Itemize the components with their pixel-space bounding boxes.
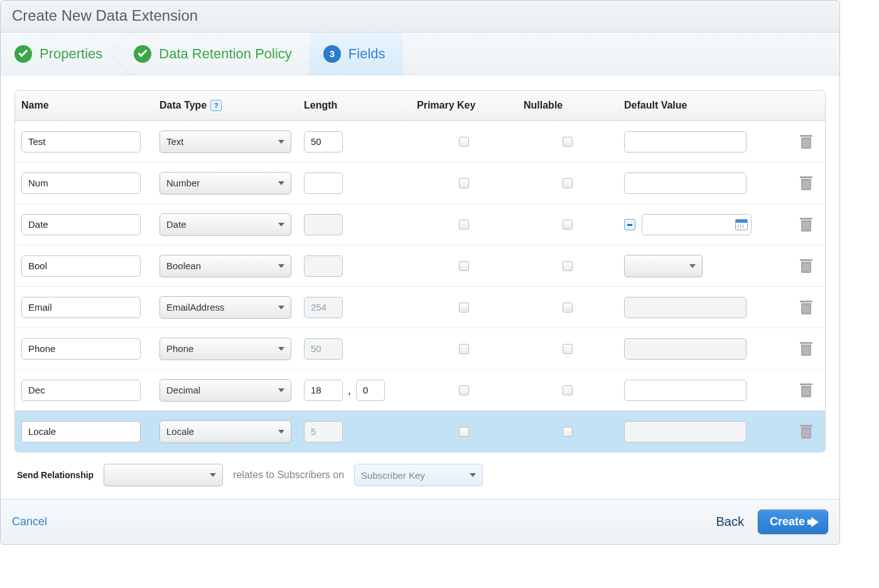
decimal-separator: , xyxy=(347,384,352,401)
field-row[interactable]: EmailAddress xyxy=(15,286,825,328)
nullable-checkbox[interactable] xyxy=(563,261,573,271)
primary-key-checkbox[interactable] xyxy=(459,385,469,395)
send-relationship-label: Send Relationship xyxy=(17,470,94,480)
field-row[interactable]: Decimal, xyxy=(15,369,825,410)
field-name-input[interactable] xyxy=(21,131,141,152)
chevron-down-icon xyxy=(278,223,284,227)
data-type-dropdown[interactable]: Locale xyxy=(159,420,291,443)
length-input xyxy=(304,338,343,360)
subscriber-key-value: Subscriber Key xyxy=(361,470,425,481)
cancel-link[interactable]: Cancel xyxy=(12,515,47,528)
primary-key-checkbox[interactable] xyxy=(459,344,469,354)
col-data-type-label: Data Type xyxy=(159,100,207,111)
wizard-step-label: Properties xyxy=(40,46,102,62)
nullable-checkbox[interactable] xyxy=(563,178,573,188)
nullable-checkbox[interactable] xyxy=(563,344,573,354)
length-input xyxy=(304,421,343,442)
default-value-input[interactable] xyxy=(624,380,747,401)
chevron-down-icon xyxy=(278,140,284,144)
data-type-value: Boolean xyxy=(166,260,201,271)
length-input xyxy=(304,255,343,277)
field-row[interactable]: Number xyxy=(15,162,825,203)
length-input[interactable] xyxy=(304,380,343,401)
delete-row-button[interactable] xyxy=(800,342,812,356)
delete-row-button[interactable] xyxy=(800,135,812,149)
check-icon xyxy=(14,45,32,63)
relates-to-label: relates to Subscribers on xyxy=(233,469,344,481)
length-input[interactable] xyxy=(304,173,343,194)
scale-input[interactable] xyxy=(356,380,385,401)
delete-row-button[interactable] xyxy=(800,218,812,232)
field-name-input[interactable] xyxy=(21,255,141,277)
nullable-checkbox[interactable] xyxy=(563,137,573,147)
chevron-down-icon xyxy=(278,388,284,392)
default-value-input xyxy=(624,338,747,360)
data-type-value: Text xyxy=(166,136,184,147)
data-type-dropdown[interactable]: Phone xyxy=(159,338,291,360)
default-value-input xyxy=(624,421,747,442)
modal-footer: Cancel Back Create xyxy=(1,499,839,544)
calendar-icon[interactable] xyxy=(735,219,748,230)
nullable-checkbox[interactable] xyxy=(563,220,573,230)
col-length: Length xyxy=(298,91,411,120)
field-name-input[interactable] xyxy=(21,338,141,360)
data-type-dropdown[interactable]: Number xyxy=(159,172,291,195)
field-row[interactable]: Phone xyxy=(15,328,825,369)
field-name-input[interactable] xyxy=(21,421,141,442)
chevron-down-icon xyxy=(470,473,476,477)
nullable-checkbox[interactable] xyxy=(563,385,573,395)
wizard-step-properties[interactable]: Properties xyxy=(1,33,120,75)
field-row[interactable]: Date xyxy=(15,203,825,245)
col-name: Name xyxy=(15,91,153,120)
delete-row-button[interactable] xyxy=(800,176,812,190)
chevron-down-icon xyxy=(689,264,696,268)
field-name-input[interactable] xyxy=(21,214,141,235)
create-button[interactable]: Create xyxy=(758,510,828,534)
subscriber-key-dropdown[interactable]: Subscriber Key xyxy=(354,464,483,486)
field-name-input[interactable] xyxy=(21,297,141,318)
create-button-label: Create xyxy=(770,515,805,528)
primary-key-checkbox[interactable] xyxy=(459,302,469,313)
help-icon[interactable]: ? xyxy=(210,100,222,111)
date-default-toggle[interactable] xyxy=(624,219,635,230)
field-name-input[interactable] xyxy=(21,173,141,194)
data-type-dropdown[interactable]: Boolean xyxy=(159,255,291,277)
delete-row-button[interactable] xyxy=(800,383,812,397)
send-relationship-field-dropdown[interactable] xyxy=(104,464,223,486)
default-value-input[interactable] xyxy=(624,131,747,152)
delete-row-button[interactable] xyxy=(800,301,812,314)
nullable-checkbox[interactable] xyxy=(563,427,573,437)
data-type-dropdown[interactable]: EmailAddress xyxy=(159,296,291,319)
data-type-dropdown[interactable]: Decimal xyxy=(159,379,291,402)
data-type-dropdown[interactable]: Text xyxy=(159,131,291,153)
col-data-type: Data Type ? xyxy=(153,91,298,120)
back-button[interactable]: Back xyxy=(716,515,744,529)
default-value-dropdown[interactable] xyxy=(624,255,703,277)
delete-row-button[interactable] xyxy=(800,259,812,273)
primary-key-checkbox[interactable] xyxy=(459,261,469,271)
default-value-input xyxy=(624,297,747,318)
field-name-input[interactable] xyxy=(21,380,141,401)
create-data-extension-modal: Create New Data Extension Properties Dat… xyxy=(0,0,840,545)
wizard-step-fields[interactable]: 3 Fields xyxy=(310,33,403,75)
primary-key-checkbox[interactable] xyxy=(459,427,469,437)
primary-key-checkbox[interactable] xyxy=(459,137,469,147)
delete-row-button[interactable] xyxy=(800,425,812,439)
col-nullable: Nullable xyxy=(517,91,618,120)
nullable-checkbox[interactable] xyxy=(563,302,573,313)
field-row[interactable]: Boolean xyxy=(15,245,825,286)
chevron-down-icon xyxy=(210,473,216,477)
primary-key-checkbox[interactable] xyxy=(459,220,469,230)
wizard-step-retention[interactable]: Data Retention Policy xyxy=(120,33,310,75)
field-row[interactable]: Text xyxy=(15,120,825,162)
primary-key-checkbox[interactable] xyxy=(459,178,469,188)
field-row[interactable]: Locale xyxy=(15,410,825,452)
default-value-input[interactable] xyxy=(624,173,747,194)
col-actions xyxy=(787,91,825,120)
check-icon xyxy=(134,45,151,63)
length-input[interactable] xyxy=(304,131,343,152)
wizard-steps: Properties Data Retention Policy 3 Field… xyxy=(1,33,839,75)
data-type-value: Number xyxy=(166,178,200,188)
chevron-down-icon xyxy=(278,181,284,185)
data-type-dropdown[interactable]: Date xyxy=(159,213,291,236)
